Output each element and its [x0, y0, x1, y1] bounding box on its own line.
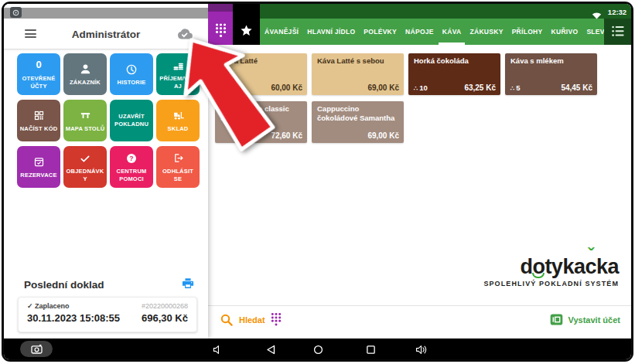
status-bar: [4, 4, 631, 19]
category-tab-active[interactable]: KÁVA: [442, 19, 462, 45]
tile-odhlasit-se[interactable]: ODHLÁSIT SE: [156, 146, 200, 188]
issue-receipt-button[interactable]: Vystavit účet: [550, 313, 620, 326]
volume-up-button[interactable]: [415, 344, 428, 358]
status-clock: 12:32: [606, 8, 628, 16]
wifi-icon: [592, 9, 602, 22]
issue-receipt-label: Vystavit účet: [568, 315, 620, 325]
main-menu-panel: Administrátor 0 OTEVŘENÉ ÚČTY ZÁKAZNÍK H…: [4, 4, 208, 338]
logo-green-arc: o: [532, 257, 545, 277]
star-icon: [240, 24, 253, 40]
dotykacka-logo: dotykacka SPOLEHLIVÝ POKLADNÍ SYSTÉM: [483, 257, 619, 287]
status-bar-black: [233, 4, 260, 19]
tile-centrum-pomoci[interactable]: ? CENTRUM POMOCI: [110, 146, 153, 188]
product-tile[interactable]: Káva s mlékem 554,45 Kč: [505, 53, 597, 95]
menu-tiles: 0 OTEVŘENÉ ÚČTY ZÁKAZNÍK HISTORIE PŘÍJEM…: [17, 53, 200, 188]
tile-otevrene-ucty[interactable]: 0 OTEVŘENÉ ÚČTY: [17, 53, 60, 95]
apps-grid-icon: [215, 23, 227, 41]
stock-qty: 10: [220, 83, 234, 92]
forklift-icon: [172, 109, 185, 123]
last-receipt-card[interactable]: Zaplaceno #20220000268 30.11.2023 15:08:…: [18, 297, 197, 332]
list-view-icon: [612, 26, 624, 37]
brand-tagline: SPOLEHLIVÝ POKLADNÍ SYSTÉM: [483, 280, 619, 287]
open-accounts-count: 0: [36, 59, 41, 73]
product-price: 69,00 Kč: [367, 83, 399, 92]
receipt-amount: 696,30 Kč: [142, 312, 188, 324]
printer-icon[interactable]: [181, 277, 195, 293]
category-tab[interactable]: PŘÍLOHY: [512, 19, 543, 45]
action-bar: Hledat Vystavit účet: [208, 305, 631, 339]
product-price: 63,25 Kč: [464, 83, 496, 92]
tile-uzavrit-pokladnu[interactable]: UZAVŘÍT POKLADNU: [110, 100, 153, 141]
qr-code-icon: [33, 109, 45, 123]
volume-up-icon: [415, 345, 428, 355]
product-name: Káva Latté s sebou: [317, 56, 399, 66]
volume-down-icon: [213, 345, 223, 355]
product-price: 60,00 Kč: [271, 83, 302, 92]
apps-grid-button[interactable]: [208, 19, 233, 45]
category-header: ÁVANĚJŠÍ HLAVNÍ JÍDLO POLÉVKY NÁPOJE KÁV…: [208, 19, 631, 45]
tile-rezervace[interactable]: REZERVACE: [17, 146, 60, 188]
back-button[interactable]: [266, 344, 275, 358]
brand-wordmark: dotykacka: [483, 257, 619, 277]
calendar-icon: [33, 155, 45, 169]
category-tab[interactable]: ZÁKUSKY: [469, 19, 503, 45]
status-bar-green: [260, 4, 631, 19]
screenshot-button[interactable]: [20, 341, 53, 357]
status-bar-left: [4, 4, 208, 19]
tile-nacist-kod[interactable]: NAČÍST KÓD: [17, 100, 60, 141]
product-price: 54,45 Kč: [561, 83, 592, 92]
tile-prijem-vydaj[interactable]: PŘÍJEM/VÝDAJ: [156, 53, 200, 95]
coins-icon: [172, 59, 185, 73]
category-tab[interactable]: NÁPOJE: [405, 19, 434, 45]
receipt-datetime: 30.11.2023 15:08:55: [27, 312, 120, 324]
stock-qty: 5: [510, 83, 521, 92]
volume-down-button[interactable]: [213, 344, 223, 358]
product-price: 72,60 Kč: [271, 131, 302, 140]
keypad-icon: [271, 312, 282, 327]
tile-historie[interactable]: HISTORIE: [110, 53, 153, 95]
svg-text:?: ?: [129, 155, 133, 162]
screenshot-stage: 12:32 ÁVANĚJŠÍ: [0, 0, 635, 364]
category-bar: ÁVANĚJŠÍ HLAVNÍ JÍDLO POLÉVKY NÁPOJE KÁV…: [260, 19, 604, 45]
product-name: Cappuccino classic Samantha: [220, 104, 302, 123]
category-tab[interactable]: POLÉVKY: [364, 19, 397, 45]
recents-button[interactable]: [366, 344, 376, 358]
search-icon: [220, 314, 233, 326]
last-receipt-title: Poslední doklad: [24, 279, 104, 291]
tile-mapa-stolu[interactable]: MAPA STOLŮ: [63, 100, 107, 141]
product-tile[interactable]: Cappuccino classic Samantha 72,60 Kč: [215, 101, 307, 143]
camera-icon: [31, 345, 43, 354]
product-tile[interactable]: Cappuccino čokoládové Samantha 69,00 Kč: [312, 101, 404, 143]
search-label: Hledat: [239, 315, 265, 325]
back-icon: [266, 345, 275, 355]
tile-zakaznik[interactable]: ZÁKAZNÍK: [63, 53, 107, 95]
product-tile[interactable]: Horká čokoláda 1063,25 Kč: [408, 53, 500, 95]
history-icon: [125, 63, 138, 77]
help-icon: ?: [125, 151, 138, 165]
table-icon: [79, 109, 92, 123]
receipt-number: #20220000268: [142, 302, 188, 310]
product-name: Káva Latté: [220, 56, 302, 66]
home-icon: [313, 345, 323, 355]
keypad-button[interactable]: [271, 312, 282, 330]
product-price: 69,00 Kč: [367, 131, 399, 140]
product-name: Káva s mlékem: [510, 56, 592, 66]
logo-green-caron: c: [585, 257, 596, 277]
check-icon: [79, 151, 91, 165]
category-tab[interactable]: ÁVANĚJŠÍ: [265, 19, 299, 45]
tile-sklad[interactable]: SKLAD: [156, 100, 200, 141]
category-tab[interactable]: KUŘIVO: [551, 19, 579, 45]
product-tile[interactable]: Káva Latté 1060,00 Kč: [215, 53, 307, 95]
category-tab[interactable]: SLEVY: [586, 19, 604, 45]
product-tile[interactable]: Káva Latté s sebou 69,00 Kč: [312, 53, 404, 95]
screen-overlay-icon[interactable]: [10, 7, 22, 18]
favorites-tab[interactable]: [233, 19, 260, 45]
logout-icon: [172, 151, 184, 165]
search-button[interactable]: Hledat: [220, 314, 265, 326]
tile-objednavky[interactable]: OBJEDNÁVKY: [63, 146, 107, 188]
device-frame: 12:32 ÁVANĚJŠÍ: [2, 2, 633, 362]
cloud-sync-icon[interactable]: [175, 27, 193, 41]
recents-icon: [366, 345, 376, 355]
category-tab[interactable]: HLAVNÍ JÍDLO: [307, 19, 355, 45]
home-button[interactable]: [313, 344, 323, 358]
